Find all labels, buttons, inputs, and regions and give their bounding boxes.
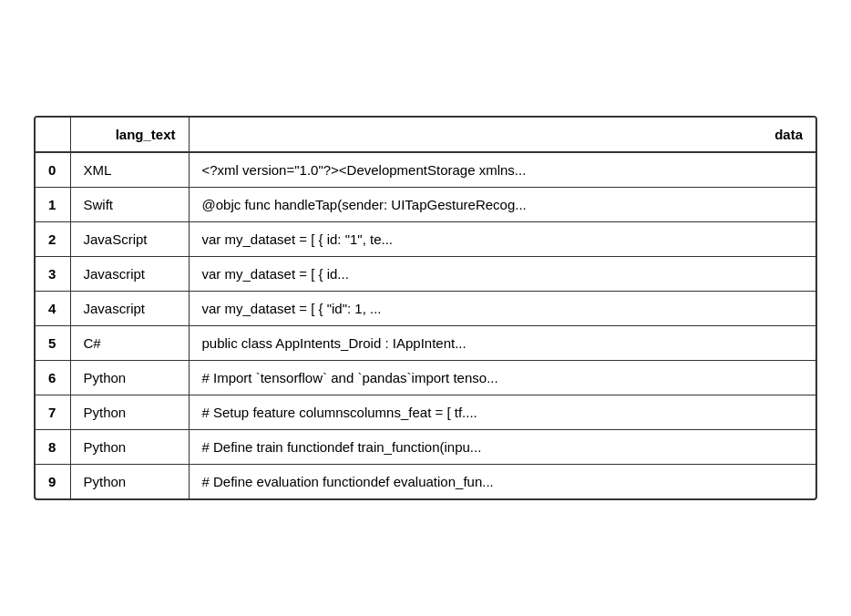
table-row: 8Python# Define train functiondef train_… [36, 430, 815, 465]
cell-index: 3 [36, 257, 70, 292]
table-row: 1Swift@objc func handleTap(sender: UITap… [36, 188, 815, 222]
cell-lang: Swift [70, 188, 189, 222]
cell-lang: C# [70, 326, 189, 361]
cell-index: 8 [36, 430, 70, 465]
cell-index: 7 [36, 395, 70, 430]
cell-index: 0 [36, 152, 70, 188]
table-row: 9Python# Define evaluation functiondef e… [36, 465, 815, 499]
table-row: 6Python# Import `tensorflow` and `pandas… [36, 361, 815, 395]
cell-data: @objc func handleTap(sender: UITapGestur… [189, 188, 815, 222]
cell-index: 2 [36, 222, 70, 257]
cell-data: public class AppIntents_Droid : IAppInte… [189, 326, 815, 361]
cell-lang: Python [70, 361, 189, 395]
header-index [36, 118, 70, 152]
cell-data: var my_dataset = [ { "id": 1, ... [189, 292, 815, 326]
cell-data: var my_dataset = [ { id: "1", te... [189, 222, 815, 257]
cell-index: 6 [36, 361, 70, 395]
cell-data: # Import `tensorflow` and `pandas`import… [189, 361, 815, 395]
table-row: 0XML<?xml version="1.0"?><DevelopmentSto… [36, 152, 815, 188]
cell-data: # Setup feature columnscolumns_feat = [ … [189, 395, 815, 430]
cell-data: var my_dataset = [ { id... [189, 257, 815, 292]
header-data: data [189, 118, 815, 152]
table-row: 4Javascriptvar my_dataset = [ { "id": 1,… [36, 292, 815, 326]
table-row: 3Javascriptvar my_dataset = [ { id... [36, 257, 815, 292]
cell-data: # Define evaluation functiondef evaluati… [189, 465, 815, 499]
cell-lang: Python [70, 430, 189, 465]
cell-lang: Python [70, 465, 189, 499]
table-row: 7Python# Setup feature columnscolumns_fe… [36, 395, 815, 430]
table-row: 5C#public class AppIntents_Droid : IAppI… [36, 326, 815, 361]
cell-lang: Javascript [70, 257, 189, 292]
cell-lang: Javascript [70, 292, 189, 326]
cell-index: 9 [36, 465, 70, 499]
cell-data: <?xml version="1.0"?><DevelopmentStorage… [189, 152, 815, 188]
cell-index: 4 [36, 292, 70, 326]
header-lang: lang_text [70, 118, 189, 152]
table-header-row: lang_text data [36, 118, 815, 152]
cell-lang: XML [70, 152, 189, 188]
cell-index: 5 [36, 326, 70, 361]
cell-index: 1 [36, 188, 70, 222]
cell-data: # Define train functiondef train_functio… [189, 430, 815, 465]
data-table: lang_text data 0XML<?xml version="1.0"?>… [34, 116, 817, 500]
cell-lang: Python [70, 395, 189, 430]
table-row: 2JavaScriptvar my_dataset = [ { id: "1",… [36, 222, 815, 257]
cell-lang: JavaScript [70, 222, 189, 257]
